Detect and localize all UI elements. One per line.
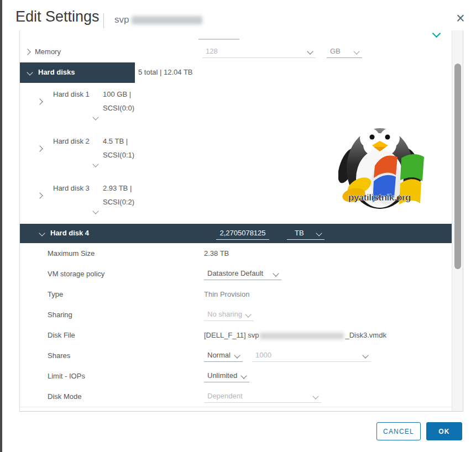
disk-file-prefix: [DELL_F_11] svp [204, 331, 259, 339]
cancel-button[interactable]: CANCEL [376, 422, 421, 440]
hard-disks-label: Hard disks [38, 68, 75, 76]
limit-iops-row: Limit - IOPs Unlimited [20, 366, 452, 387]
vm-storage-policy-row: VM storage policy Datastore Default [20, 264, 452, 285]
close-icon[interactable]: × [453, 11, 468, 25]
sharing-value: No sharing [207, 310, 242, 318]
maximum-size-label: Maximum Size [48, 249, 95, 257]
shares-row: Shares Normal 1000 [20, 345, 452, 366]
sharing-label: Sharing [48, 311, 72, 319]
limit-iops-label: Limit - IOPs [48, 372, 85, 380]
edit-settings-dialog: Edit Settings svp × Memory 128 GB [0, 0, 476, 452]
hard-disk-size: 2.93 TB | [103, 184, 132, 192]
title-divider [103, 13, 104, 28]
sharing-select[interactable]: No sharing [204, 308, 254, 321]
shares-level-value: Normal [207, 351, 231, 359]
hard-disk-size: 4.5 TB | [103, 137, 128, 145]
sharing-row: Sharing No sharing [20, 304, 452, 325]
hard-disk-size: 100 GB | [103, 90, 131, 98]
chevron-down-icon [27, 69, 33, 75]
hard-disk-label: Hard disk 3 [53, 184, 90, 192]
dialog-title: Edit Settings [15, 8, 100, 25]
memory-label: Memory [35, 48, 61, 56]
chevron-down-icon [245, 311, 251, 317]
hard-disk-bus: SCSI(0:2) [103, 198, 134, 206]
chevron-right-icon[interactable] [36, 145, 43, 151]
hard-disks-summary: 5 total | 12.04 TB [138, 68, 193, 76]
chevron-right-icon[interactable] [36, 98, 43, 104]
vm-storage-policy-value: Datastore Default [207, 269, 263, 277]
vertical-scrollbar[interactable] [452, 30, 463, 412]
chevron-down-icon [307, 48, 313, 54]
ok-button[interactable]: OK [426, 422, 462, 440]
chevron-down-icon [273, 270, 279, 276]
type-value: Thin Provision [204, 290, 249, 298]
chevron-down-icon [39, 230, 45, 236]
maximum-size-value: 2.38 TB [204, 249, 229, 257]
redacted-disk-file [260, 333, 344, 339]
hard-disk-2-row: Hard disk 2 4.5 TB | SCSI(0:1) [20, 130, 452, 177]
chevron-down-icon [234, 352, 240, 358]
hard-disk-4-header[interactable]: Hard disk 4 2,2705078125 TB [20, 224, 452, 243]
chevron-down-icon[interactable] [92, 208, 98, 214]
chevron-down-icon[interactable] [432, 30, 441, 38]
chevron-down-icon [316, 230, 322, 236]
disk-file-row: Disk File [DELL_F_11] svp_Disk3.vmdk [20, 325, 452, 346]
disk-file-label: Disk File [48, 331, 75, 339]
screen-edge [0, 0, 2, 452]
shares-value: 1000 [255, 351, 271, 359]
vm-storage-policy-label: VM storage policy [48, 270, 104, 278]
scrollbar-thumb[interactable] [454, 64, 461, 269]
disk-file-suffix: _Disk3.vmdk [345, 331, 386, 339]
chevron-down-icon[interactable] [92, 161, 98, 167]
hard-disk-label: Hard disk 1 [53, 90, 90, 98]
chevron-down-icon [353, 48, 359, 54]
hard-disk-bus: SCSI(0:1) [103, 151, 134, 159]
hard-disk-1-row: Hard disk 1 100 GB | SCSI(0:0) [20, 83, 452, 130]
hard-disk-3-row: Hard disk 3 2.93 TB | SCSI(0:2) [20, 177, 452, 224]
memory-unit-select[interactable]: GB [327, 45, 362, 58]
disk-mode-row: Disk Mode Dependent [20, 386, 452, 407]
disk-mode-label: Disk Mode [48, 392, 81, 401]
memory-unit-value: GB [330, 47, 341, 55]
disk-file-value: [DELL_F_11] svp_Disk3.vmdk [204, 331, 386, 339]
disk4-size-value: 2,2705078125 [219, 229, 266, 237]
cpu-field-underline [198, 39, 239, 40]
memory-size-value: 128 [206, 47, 218, 55]
shares-level-select[interactable]: Normal [204, 349, 243, 362]
shares-label: Shares [48, 351, 70, 360]
chevron-right-icon[interactable] [24, 49, 30, 55]
limit-iops-select[interactable]: Unlimited [204, 369, 249, 382]
chevron-down-icon [240, 372, 247, 379]
disk-mode-select[interactable]: Dependent [204, 390, 321, 403]
type-label: Type [48, 290, 63, 298]
limit-iops-value: Unlimited [207, 371, 237, 380]
chevron-down-icon [362, 352, 368, 358]
hard-disks-selection-bar[interactable]: Hard disks [20, 62, 135, 83]
maximum-size-row: Maximum Size 2.38 TB [20, 243, 452, 264]
vm-name-prefix: svp [114, 14, 129, 25]
hard-disk-bus: SCSI(0:0) [103, 104, 134, 112]
hard-disks-row[interactable]: Hard disks 5 total | 12.04 TB [20, 62, 452, 83]
settings-panel: Memory 128 GB Hard disks 5 total | 12.04… [19, 30, 463, 412]
memory-size-input[interactable]: 128 [202, 45, 316, 58]
disk4-size-input[interactable]: 2,2705078125 [216, 227, 269, 240]
chevron-down-icon[interactable] [92, 114, 98, 120]
disk4-unit-value: TB [295, 229, 304, 237]
hard-disk-label: Hard disk 2 [53, 137, 90, 145]
memory-row: Memory 128 GB [20, 41, 452, 63]
shares-value-input[interactable]: 1000 [252, 349, 371, 362]
chevron-right-icon[interactable] [36, 192, 43, 198]
redacted-vm-name [132, 16, 202, 24]
hard-disk-4-label: Hard disk 4 [50, 229, 89, 237]
vm-storage-policy-select[interactable]: Datastore Default [204, 267, 281, 280]
cpu-row-partial [20, 30, 452, 42]
type-row: Type Thin Provision [20, 284, 452, 305]
chevron-down-icon [312, 393, 318, 399]
vm-name: svp [114, 14, 202, 25]
disk-mode-value: Dependent [207, 392, 243, 400]
disk4-unit-select[interactable]: TB [287, 227, 325, 240]
